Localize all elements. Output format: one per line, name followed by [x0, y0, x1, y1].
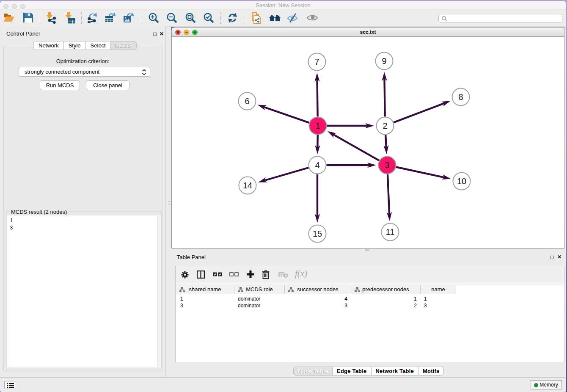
svg-text:11: 11: [386, 227, 395, 237]
svg-text:10: 10: [457, 177, 466, 186]
svg-text:6: 6: [245, 97, 249, 106]
svg-text:4: 4: [315, 160, 319, 170]
svg-text:14: 14: [243, 181, 252, 190]
svg-text:1: 1: [315, 121, 320, 130]
svg-text:8: 8: [458, 92, 463, 102]
svg-text:15: 15: [313, 229, 322, 238]
svg-text:7: 7: [314, 57, 319, 66]
svg-text:3: 3: [385, 160, 389, 170]
svg-text:9: 9: [382, 56, 386, 66]
svg-text:2: 2: [383, 121, 387, 130]
